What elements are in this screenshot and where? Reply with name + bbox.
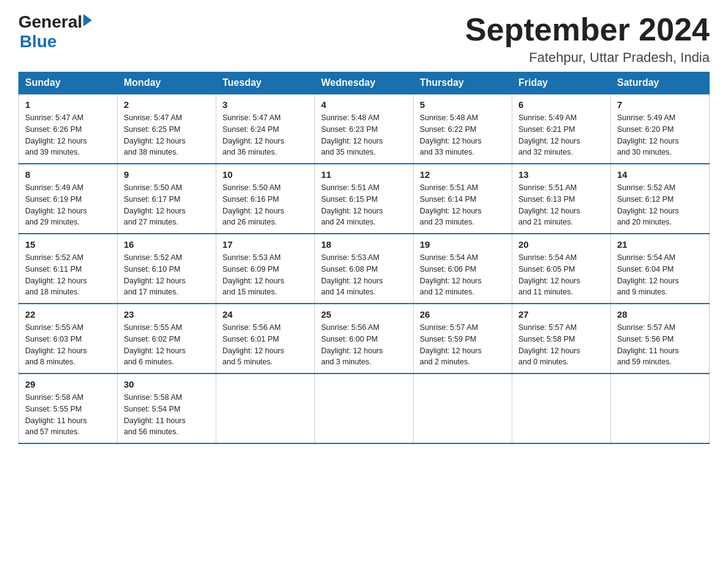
day-number: 8: [25, 169, 111, 180]
day-12: 12 Sunrise: 5:51 AMSunset: 6:14 PMDaylig…: [414, 164, 512, 234]
day-29: 29 Sunrise: 5:58 AMSunset: 5:55 PMDaylig…: [19, 373, 118, 443]
day-number: 18: [321, 239, 407, 250]
day-6: 6 Sunrise: 5:49 AMSunset: 6:21 PMDayligh…: [512, 94, 611, 164]
day-8: 8 Sunrise: 5:49 AMSunset: 6:19 PMDayligh…: [19, 164, 118, 234]
day-number: 21: [617, 239, 703, 250]
day-info: Sunrise: 5:53 AMSunset: 6:09 PMDaylight:…: [222, 252, 308, 298]
week-row-2: 8 Sunrise: 5:49 AMSunset: 6:19 PMDayligh…: [19, 164, 710, 234]
day-number: 16: [124, 239, 210, 250]
week-row-5: 29 Sunrise: 5:58 AMSunset: 5:55 PMDaylig…: [19, 373, 710, 443]
day-17: 17 Sunrise: 5:53 AMSunset: 6:09 PMDaylig…: [216, 234, 315, 304]
day-info: Sunrise: 5:51 AMSunset: 6:13 PMDaylight:…: [518, 182, 604, 228]
day-number: 29: [25, 379, 111, 389]
header-saturday: Saturday: [611, 72, 710, 94]
day-number: 6: [518, 99, 604, 110]
day-info: Sunrise: 5:53 AMSunset: 6:08 PMDaylight:…: [321, 252, 407, 298]
header-tuesday: Tuesday: [216, 72, 315, 94]
day-number: 10: [222, 169, 308, 180]
empty-cell: [216, 373, 315, 443]
logo-blue: Blue: [20, 32, 92, 52]
day-number: 4: [321, 99, 407, 110]
day-10: 10 Sunrise: 5:50 AMSunset: 6:16 PMDaylig…: [216, 164, 315, 234]
day-20: 20 Sunrise: 5:54 AMSunset: 6:05 PMDaylig…: [512, 234, 611, 304]
day-30: 30 Sunrise: 5:58 AMSunset: 5:54 PMDaylig…: [118, 373, 216, 443]
day-number: 7: [617, 99, 703, 110]
empty-cell: [512, 373, 611, 443]
header-sunday: Sunday: [19, 72, 118, 94]
day-info: Sunrise: 5:58 AMSunset: 5:54 PMDaylight:…: [124, 392, 210, 438]
page-header: General Blue September 2024 Fatehpur, Ut…: [18, 12, 710, 66]
day-14: 14 Sunrise: 5:52 AMSunset: 6:12 PMDaylig…: [611, 164, 710, 234]
day-info: Sunrise: 5:52 AMSunset: 6:11 PMDaylight:…: [25, 252, 111, 298]
header-row: Sunday Monday Tuesday Wednesday Thursday…: [19, 72, 710, 94]
calendar-title: September 2024: [465, 12, 710, 47]
logo-general: General: [18, 12, 82, 32]
day-number: 20: [518, 239, 604, 250]
title-section: September 2024 Fatehpur, Uttar Pradesh, …: [465, 12, 710, 66]
day-2: 2 Sunrise: 5:47 AMSunset: 6:25 PMDayligh…: [118, 94, 216, 164]
day-info: Sunrise: 5:58 AMSunset: 5:55 PMDaylight:…: [25, 392, 111, 438]
logo-arrow-icon: [83, 14, 92, 26]
day-number: 28: [617, 309, 703, 320]
day-number: 25: [321, 309, 407, 320]
day-number: 30: [124, 379, 210, 389]
day-number: 11: [321, 169, 407, 180]
empty-cell: [315, 373, 414, 443]
day-info: Sunrise: 5:57 AMSunset: 5:58 PMDaylight:…: [518, 322, 604, 368]
day-number: 17: [222, 239, 308, 250]
day-number: 19: [420, 239, 506, 250]
day-info: Sunrise: 5:57 AMSunset: 5:59 PMDaylight:…: [420, 322, 506, 368]
day-26: 26 Sunrise: 5:57 AMSunset: 5:59 PMDaylig…: [414, 304, 512, 373]
day-info: Sunrise: 5:48 AMSunset: 6:23 PMDaylight:…: [321, 112, 407, 158]
header-monday: Monday: [118, 72, 216, 94]
day-number: 3: [222, 99, 308, 110]
day-27: 27 Sunrise: 5:57 AMSunset: 5:58 PMDaylig…: [512, 304, 611, 373]
day-16: 16 Sunrise: 5:52 AMSunset: 6:10 PMDaylig…: [118, 234, 216, 304]
day-1: 1 Sunrise: 5:47 AMSunset: 6:26 PMDayligh…: [19, 94, 118, 164]
day-number: 14: [617, 169, 703, 180]
week-row-4: 22 Sunrise: 5:55 AMSunset: 6:03 PMDaylig…: [19, 304, 710, 373]
day-info: Sunrise: 5:49 AMSunset: 6:19 PMDaylight:…: [25, 182, 111, 228]
day-23: 23 Sunrise: 5:55 AMSunset: 6:02 PMDaylig…: [118, 304, 216, 373]
day-19: 19 Sunrise: 5:54 AMSunset: 6:06 PMDaylig…: [414, 234, 512, 304]
day-info: Sunrise: 5:47 AMSunset: 6:26 PMDaylight:…: [25, 112, 111, 158]
day-number: 9: [124, 169, 210, 180]
day-number: 5: [420, 99, 506, 110]
day-info: Sunrise: 5:51 AMSunset: 6:15 PMDaylight:…: [321, 182, 407, 228]
day-info: Sunrise: 5:50 AMSunset: 6:16 PMDaylight:…: [222, 182, 308, 228]
day-24: 24 Sunrise: 5:56 AMSunset: 6:01 PMDaylig…: [216, 304, 315, 373]
day-18: 18 Sunrise: 5:53 AMSunset: 6:08 PMDaylig…: [315, 234, 414, 304]
day-info: Sunrise: 5:50 AMSunset: 6:17 PMDaylight:…: [124, 182, 210, 228]
day-info: Sunrise: 5:52 AMSunset: 6:12 PMDaylight:…: [617, 182, 703, 228]
header-wednesday: Wednesday: [315, 72, 414, 94]
day-info: Sunrise: 5:57 AMSunset: 5:56 PMDaylight:…: [617, 322, 703, 368]
day-number: 22: [25, 309, 111, 320]
day-info: Sunrise: 5:54 AMSunset: 6:05 PMDaylight:…: [518, 252, 604, 298]
day-number: 2: [124, 99, 210, 110]
day-21: 21 Sunrise: 5:54 AMSunset: 6:04 PMDaylig…: [611, 234, 710, 304]
day-info: Sunrise: 5:47 AMSunset: 6:24 PMDaylight:…: [222, 112, 308, 158]
day-5: 5 Sunrise: 5:48 AMSunset: 6:22 PMDayligh…: [414, 94, 512, 164]
day-28: 28 Sunrise: 5:57 AMSunset: 5:56 PMDaylig…: [611, 304, 710, 373]
day-info: Sunrise: 5:51 AMSunset: 6:14 PMDaylight:…: [420, 182, 506, 228]
calendar-subtitle: Fatehpur, Uttar Pradesh, India: [465, 50, 710, 66]
day-info: Sunrise: 5:47 AMSunset: 6:25 PMDaylight:…: [124, 112, 210, 158]
day-number: 26: [420, 309, 506, 320]
day-22: 22 Sunrise: 5:55 AMSunset: 6:03 PMDaylig…: [19, 304, 118, 373]
day-number: 13: [518, 169, 604, 180]
logo: General Blue: [18, 12, 92, 52]
day-info: Sunrise: 5:49 AMSunset: 6:21 PMDaylight:…: [518, 112, 604, 158]
day-15: 15 Sunrise: 5:52 AMSunset: 6:11 PMDaylig…: [19, 234, 118, 304]
day-11: 11 Sunrise: 5:51 AMSunset: 6:15 PMDaylig…: [315, 164, 414, 234]
day-7: 7 Sunrise: 5:49 AMSunset: 6:20 PMDayligh…: [611, 94, 710, 164]
day-info: Sunrise: 5:56 AMSunset: 6:01 PMDaylight:…: [222, 322, 308, 368]
day-info: Sunrise: 5:54 AMSunset: 6:06 PMDaylight:…: [420, 252, 506, 298]
day-3: 3 Sunrise: 5:47 AMSunset: 6:24 PMDayligh…: [216, 94, 315, 164]
day-info: Sunrise: 5:55 AMSunset: 6:03 PMDaylight:…: [25, 322, 111, 368]
day-number: 1: [25, 99, 111, 110]
day-number: 27: [518, 309, 604, 320]
day-info: Sunrise: 5:49 AMSunset: 6:20 PMDaylight:…: [617, 112, 703, 158]
day-13: 13 Sunrise: 5:51 AMSunset: 6:13 PMDaylig…: [512, 164, 611, 234]
calendar-table: Sunday Monday Tuesday Wednesday Thursday…: [18, 72, 710, 444]
day-25: 25 Sunrise: 5:56 AMSunset: 6:00 PMDaylig…: [315, 304, 414, 373]
